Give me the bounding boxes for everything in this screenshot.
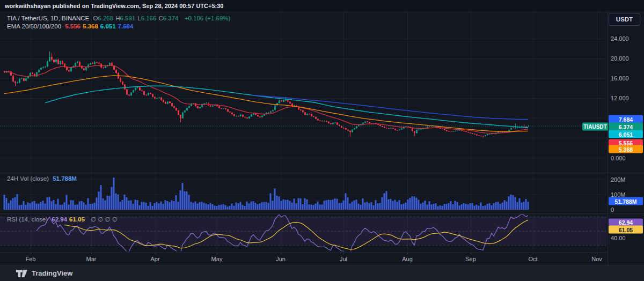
volume-legend: 24H Vol (close) 51.788M: [7, 175, 79, 182]
volume-value: 51.788M: [53, 175, 77, 182]
rsi-empty-slots: ∅ ∅ ∅ ∅: [91, 216, 118, 223]
candlestick-series: [4, 51, 529, 138]
tradingview-logo-icon[interactable]: [16, 270, 27, 277]
ema-value: 5.368: [83, 23, 98, 29]
price-axis-label: 20.000: [611, 55, 629, 62]
rsi-axis-label: 40.00: [611, 235, 626, 241]
price-tag: 51.788M: [609, 197, 643, 205]
symbol-title: TIA / TetherUS, 1D, BINANCE: [7, 15, 89, 21]
volume-axis-label: 200M: [611, 176, 626, 183]
price-tag: 61.05: [609, 226, 643, 234]
ohlc-key: L: [137, 15, 141, 21]
ema-value: 6.051: [100, 23, 116, 29]
month-label-oct: Oct: [528, 256, 537, 262]
change-value: +0.106 (+1.69%): [185, 15, 231, 21]
price-axis-label: 0.000: [611, 155, 626, 161]
volume-legend-label: 24H Vol (close): [7, 175, 49, 182]
rsi-legend: RSI (14, close) 62.9461.05 ∅ ∅ ∅ ∅: [7, 216, 120, 223]
symbol-price-tag: TIAUSDT: [582, 123, 608, 131]
ema-lines: [0, 65, 606, 134]
price-axis-label: 12.000: [611, 95, 629, 101]
ema-value: 7.684: [118, 23, 134, 29]
ema-values: 5.5565.3686.0517.684: [65, 23, 135, 29]
month-label-jun: Jun: [276, 256, 286, 262]
ohlc-key: O: [93, 15, 98, 21]
price-tag: 5.368: [609, 145, 643, 153]
attribution-bar: workwithshayan published on TradingView.…: [0, 0, 644, 12]
attribution-text: workwithshayan published on TradingView.…: [5, 3, 223, 9]
time-axis[interactable]: FebMarAprMayJunJulAugSepOctNov: [0, 252, 608, 266]
price-axis-label: 16.000: [611, 75, 629, 82]
price-tag: 7.684: [609, 115, 643, 123]
ema200-line: [251, 95, 528, 120]
ohlc-value: 6.374: [163, 15, 179, 21]
ohlc-key: C: [158, 15, 163, 21]
ema-value: 5.556: [65, 23, 80, 29]
rsi-value: 61.05: [69, 216, 85, 223]
volume-axis-label: 0: [611, 206, 614, 213]
rsi-values: 62.9461.05: [52, 216, 87, 223]
symbol-legend: TIA / TetherUS, 1D, BINANCE O6.268H6.591…: [7, 15, 232, 21]
month-label-nov: Nov: [591, 256, 602, 262]
ema50-line: [4, 76, 528, 131]
month-label-jul: Jul: [340, 256, 347, 262]
ema20-line: [4, 65, 528, 134]
ema100-line: [45, 86, 528, 128]
price-tag: 6.374: [609, 123, 643, 131]
month-label-may: May: [211, 256, 223, 262]
month-label-apr: Apr: [150, 256, 159, 262]
currency-toggle-button[interactable]: USDT: [609, 13, 640, 26]
footer-brand[interactable]: TradingView: [32, 269, 72, 277]
month-label-feb: Feb: [26, 256, 36, 262]
price-axis-label: 24.000: [611, 35, 629, 42]
ohlc-values: O6.268H6.591L6.166C6.374: [93, 15, 180, 21]
rsi-legend-label: RSI (14, close): [7, 216, 48, 223]
tradingview-published-chart: workwithshayan published on TradingView.…: [0, 0, 644, 281]
ema-legend: EMA 20/50/100/200 5.5565.3686.0517.684: [7, 23, 137, 29]
rsi-value: 62.94: [52, 216, 67, 223]
month-label-sep: Sep: [465, 256, 476, 262]
footer: TradingView: [0, 265, 644, 281]
ohlc-value: 6.268: [98, 15, 113, 21]
volume-bars: [4, 178, 529, 210]
month-label-aug: Aug: [402, 256, 413, 262]
price-tag: 6.051: [609, 130, 643, 138]
chart-canvas[interactable]: [0, 0, 644, 281]
ohlc-value: 6.591: [120, 15, 135, 21]
ohlc-value: 6.166: [141, 15, 157, 21]
month-label-mar: Mar: [86, 256, 97, 262]
ema-legend-label: EMA 20/50/100/200: [7, 23, 61, 29]
